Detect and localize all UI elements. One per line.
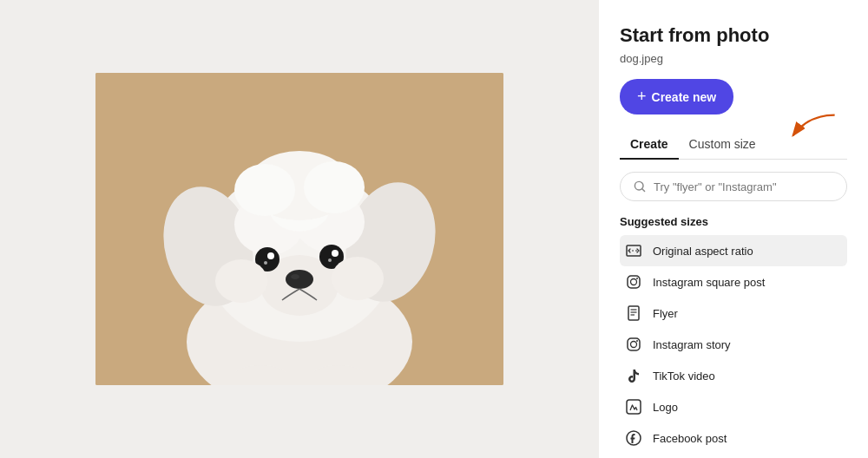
create-new-button[interactable]: + Create new bbox=[620, 79, 733, 114]
size-item-instagram-reel[interactable]: Instagram reel bbox=[620, 454, 847, 458]
svg-point-12 bbox=[267, 252, 274, 259]
plus-icon: + bbox=[637, 88, 647, 106]
logo-icon bbox=[625, 398, 642, 415]
svg-point-16 bbox=[328, 258, 332, 262]
svg-point-38 bbox=[636, 340, 638, 342]
svg-rect-36 bbox=[628, 338, 640, 350]
svg-point-30 bbox=[631, 279, 637, 285]
size-label-instagram-story: Instagram story bbox=[653, 338, 731, 351]
size-item-instagram-story[interactable]: Instagram story bbox=[620, 329, 847, 360]
search-input[interactable] bbox=[654, 180, 834, 193]
photo-container bbox=[95, 73, 503, 385]
size-label-instagram-square: Instagram square post bbox=[653, 276, 765, 289]
page-title: Start from photo bbox=[620, 24, 847, 47]
tabs-container: Create Custom size bbox=[620, 130, 847, 160]
svg-point-21 bbox=[304, 161, 365, 213]
size-item-original[interactable]: Original aspect ratio bbox=[620, 235, 847, 266]
size-item-logo[interactable]: Logo bbox=[620, 391, 847, 422]
search-box[interactable] bbox=[620, 172, 847, 201]
facebook-icon bbox=[625, 429, 642, 447]
arrow-annotation bbox=[778, 111, 838, 146]
size-label-facebook: Facebook post bbox=[653, 432, 727, 445]
instagram-square-icon bbox=[625, 273, 642, 291]
svg-line-26 bbox=[642, 189, 645, 192]
instagram-story-icon bbox=[625, 336, 642, 353]
tab-custom-size[interactable]: Custom size bbox=[679, 130, 766, 160]
tab-create[interactable]: Create bbox=[620, 130, 679, 160]
svg-point-20 bbox=[234, 164, 295, 216]
search-icon bbox=[633, 180, 647, 193]
right-panel: Start from photo dog.jpeg + Create new C… bbox=[599, 0, 868, 458]
size-item-instagram-square[interactable]: Instagram square post bbox=[620, 266, 847, 298]
tiktok-icon bbox=[625, 367, 642, 384]
svg-point-37 bbox=[631, 342, 637, 348]
suggested-sizes-label: Suggested sizes bbox=[620, 215, 847, 228]
size-item-flyer[interactable]: Flyer bbox=[620, 298, 847, 329]
svg-rect-29 bbox=[628, 276, 640, 288]
size-item-facebook[interactable]: Facebook post bbox=[620, 422, 847, 454]
svg-point-31 bbox=[636, 278, 638, 279]
size-label-tiktok: TikTok video bbox=[653, 370, 715, 383]
svg-point-13 bbox=[264, 261, 267, 265]
left-panel bbox=[0, 0, 599, 458]
flyer-icon bbox=[625, 304, 642, 322]
svg-point-15 bbox=[332, 250, 339, 257]
size-label-flyer: Flyer bbox=[653, 307, 678, 320]
svg-rect-32 bbox=[628, 306, 639, 320]
size-label-logo: Logo bbox=[653, 401, 678, 414]
dog-illustration bbox=[95, 73, 503, 385]
aspect-ratio-icon bbox=[625, 242, 642, 259]
svg-point-9 bbox=[286, 270, 313, 289]
svg-point-10 bbox=[291, 274, 299, 279]
create-new-label: Create new bbox=[652, 90, 717, 104]
svg-point-18 bbox=[332, 257, 384, 300]
size-label-original: Original aspect ratio bbox=[653, 245, 753, 258]
filename-label: dog.jpeg bbox=[620, 52, 847, 65]
dog-photo bbox=[95, 73, 503, 385]
svg-point-17 bbox=[215, 259, 267, 303]
size-list: Original aspect ratio Instagram square p… bbox=[620, 235, 847, 458]
size-item-tiktok[interactable]: TikTok video bbox=[620, 360, 847, 391]
